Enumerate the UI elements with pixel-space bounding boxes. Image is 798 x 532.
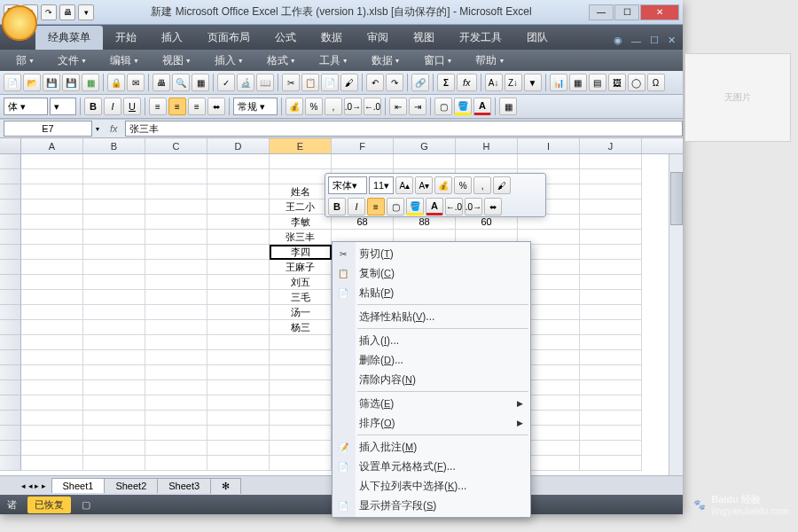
cell-F1[interactable] xyxy=(332,154,394,169)
menu-item-0[interactable]: 部 ▼ xyxy=(5,51,45,71)
cell-B11[interactable] xyxy=(83,305,145,320)
cell-D8[interactable] xyxy=(207,260,270,275)
cell-D5[interactable] xyxy=(207,215,270,230)
cell-C20[interactable] xyxy=(145,441,207,456)
cell-J3[interactable] xyxy=(580,184,642,200)
mini-font-color-icon[interactable]: A xyxy=(426,198,443,215)
increase-decimal-icon[interactable]: .0→ xyxy=(344,98,362,115)
fill-color-icon[interactable]: 🪣 xyxy=(454,98,472,115)
mini-align-center-icon[interactable]: ≡ xyxy=(367,198,385,215)
cell-C21[interactable] xyxy=(145,456,207,471)
align-center-icon[interactable]: ≡ xyxy=(168,98,186,115)
cell-D2[interactable] xyxy=(207,169,270,184)
context-menu-item[interactable]: 📋复制(C) xyxy=(332,263,530,283)
row-header[interactable] xyxy=(0,184,21,200)
mini-increase-decimal-icon[interactable]: .0→ xyxy=(465,198,482,215)
context-menu-item[interactable]: 从下拉列表中选择(K)... xyxy=(332,476,530,496)
row-header[interactable] xyxy=(0,426,21,441)
row-header[interactable] xyxy=(0,395,21,411)
menu-item-5[interactable]: 格式 ▼ xyxy=(256,51,307,71)
column-header-J[interactable]: J xyxy=(580,138,642,153)
context-menu-item[interactable]: 📝插入批注(M) xyxy=(332,437,530,457)
mini-format-painter-icon[interactable]: 🖌 xyxy=(493,176,511,194)
cell-C12[interactable] xyxy=(145,320,207,335)
print-icon[interactable]: 🖶 xyxy=(59,4,75,20)
cell-A19[interactable] xyxy=(21,426,83,441)
row-header[interactable] xyxy=(0,350,21,365)
row-header[interactable] xyxy=(0,380,21,395)
cell-E1[interactable] xyxy=(270,154,332,169)
cell-B17[interactable] xyxy=(83,395,145,411)
ribbon-tab-1[interactable]: 开始 xyxy=(103,26,149,50)
cell-D15[interactable] xyxy=(207,365,270,380)
cell-J21[interactable] xyxy=(580,456,642,471)
ribbon-tab-7[interactable]: 视图 xyxy=(401,26,447,50)
context-menu-item[interactable]: 📄显示拼音字段(S) xyxy=(332,496,530,515)
column-header-F[interactable]: F xyxy=(332,138,394,153)
mini-percent-icon[interactable]: % xyxy=(454,176,472,194)
context-menu-item[interactable]: 📄粘贴(P) xyxy=(332,283,530,302)
cell-B6[interactable] xyxy=(83,230,145,245)
cell-C18[interactable] xyxy=(145,411,207,426)
cell-A17[interactable] xyxy=(21,395,83,411)
new-icon[interactable]: 📄 xyxy=(4,74,21,91)
borders-icon[interactable]: ▢ xyxy=(434,98,452,115)
cell-E15[interactable] xyxy=(270,365,332,380)
cell-J20[interactable] xyxy=(580,441,642,456)
row-header[interactable] xyxy=(0,456,21,471)
cell-D21[interactable] xyxy=(207,456,270,471)
row-header[interactable] xyxy=(0,230,21,245)
decrease-indent-icon[interactable]: ⇤ xyxy=(389,98,407,115)
context-menu-item[interactable]: 筛选(E)▶ xyxy=(332,394,530,413)
row-header[interactable] xyxy=(0,215,21,230)
research-icon[interactable]: 🔬 xyxy=(237,74,254,91)
sort-desc-icon[interactable]: Z↓ xyxy=(505,74,522,91)
mini-font-size[interactable]: 11 ▾ xyxy=(369,176,394,194)
open-icon[interactable]: 📂 xyxy=(23,74,41,91)
cell-J16[interactable] xyxy=(580,380,642,395)
mini-comma-icon[interactable]: , xyxy=(473,176,491,194)
cell-E5[interactable]: 李敏 xyxy=(270,215,332,230)
cell-D17[interactable] xyxy=(207,395,270,411)
column-header-I[interactable]: I xyxy=(518,138,580,153)
undo-icon[interactable]: ↶ xyxy=(366,74,384,91)
cell-J6[interactable] xyxy=(580,230,642,245)
menu-item-2[interactable]: 编辑 ▼ xyxy=(99,51,150,71)
font-color-icon[interactable]: A xyxy=(473,98,491,115)
context-menu-item[interactable]: 选择性粘贴(V)... xyxy=(332,307,530,326)
cell-D18[interactable] xyxy=(207,411,270,426)
cell-I1[interactable] xyxy=(518,154,580,169)
cut-icon[interactable]: ✂ xyxy=(282,74,300,91)
cell-E7[interactable]: 李四 xyxy=(270,245,332,260)
print-icon[interactable]: 🖶 xyxy=(153,74,170,91)
shapes-icon[interactable]: ◯ xyxy=(628,74,645,91)
cell-B21[interactable] xyxy=(83,456,145,471)
context-menu-item[interactable]: 排序(O)▶ xyxy=(332,413,530,433)
cell-A7[interactable] xyxy=(21,245,83,260)
office-button[interactable] xyxy=(2,5,37,41)
cell-E6[interactable]: 张三丰 xyxy=(270,230,332,245)
cell-J4[interactable] xyxy=(580,200,642,215)
cell-A3[interactable] xyxy=(21,184,83,200)
cell-A15[interactable] xyxy=(21,365,83,380)
column-header-C[interactable]: C xyxy=(145,138,207,153)
cell-A14[interactable] xyxy=(21,350,83,365)
menu-item-9[interactable]: 帮助 ▼ xyxy=(465,51,515,71)
cell-D11[interactable] xyxy=(207,305,270,320)
close-button[interactable]: ✕ xyxy=(640,4,679,20)
sheet-tab-Sheet3[interactable]: Sheet3 xyxy=(157,478,211,493)
ribbon-tab-5[interactable]: 数据 xyxy=(309,26,355,50)
cell-B1[interactable] xyxy=(83,154,145,169)
cell-E17[interactable] xyxy=(270,395,332,411)
cell-C5[interactable] xyxy=(145,215,207,230)
cell-A11[interactable] xyxy=(21,305,83,320)
column-header-D[interactable]: D xyxy=(207,138,270,153)
cell-styles-icon[interactable]: ▦ xyxy=(499,98,517,115)
ribbon-tab-8[interactable]: 开发工具 xyxy=(447,26,514,50)
cell-C15[interactable] xyxy=(145,365,207,380)
row-header[interactable] xyxy=(0,320,21,335)
cell-C17[interactable] xyxy=(145,395,207,411)
cell-J2[interactable] xyxy=(580,169,642,184)
context-menu-item[interactable]: 插入(I)... xyxy=(332,331,530,350)
row-header[interactable] xyxy=(0,365,21,380)
